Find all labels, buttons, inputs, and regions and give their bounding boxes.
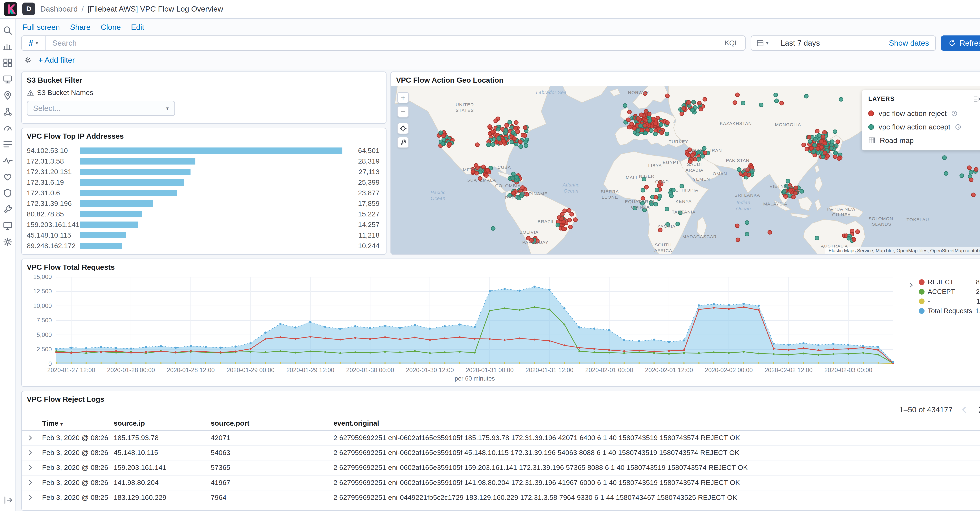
next-page-button[interactable]: [976, 406, 980, 414]
ip-bar-row: 94.102.53.1064,501: [27, 146, 380, 156]
legend-collapse-icon[interactable]: [908, 279, 914, 291]
legend-item[interactable]: Total Requests1,226: [919, 307, 980, 315]
add-filter-button[interactable]: + Add filter: [38, 56, 75, 64]
time-range-value[interactable]: Last 7 days: [774, 39, 882, 48]
sidebar-item-metrics[interactable]: [2, 122, 13, 133]
cell-time: Feb 3, 2020 @ 08:26:14.000: [37, 434, 108, 442]
sidebar-item-canvas[interactable]: [2, 74, 13, 84]
layer-clock-icon: [951, 110, 958, 117]
chevron-down-icon: ▾: [166, 105, 169, 111]
expand-row-icon[interactable]: [27, 464, 34, 471]
sidebar-item-visualize[interactable]: [2, 41, 13, 52]
sidebar-item-stack-monitoring[interactable]: [2, 220, 13, 231]
ip-bar[interactable]: [80, 200, 153, 207]
sort-desc-icon: ▾: [60, 421, 63, 427]
legend-item[interactable]: -110: [919, 297, 980, 305]
column-header-time[interactable]: Time▾: [37, 419, 108, 427]
chevron-down-icon: ▾: [36, 40, 38, 46]
edit-button[interactable]: Edit: [131, 23, 144, 32]
world-map[interactable]: NORWAYUNITED STATESMEXICOCUBAGUATEMALACO…: [391, 86, 980, 254]
sidebar-item-dev-tools[interactable]: [2, 204, 13, 215]
svg-text:5,000: 5,000: [37, 332, 51, 338]
legend-item[interactable]: ACCEPT253: [919, 288, 980, 295]
svg-text:2020-01-29 00:00: 2020-01-29 00:00: [227, 367, 274, 374]
legend-value: 253: [976, 288, 980, 295]
show-dates-button[interactable]: Show dates: [883, 39, 935, 48]
refresh-button[interactable]: Refresh: [941, 35, 980, 51]
ip-value: 15,227: [342, 210, 379, 218]
table-body: Feb 3, 2020 @ 08:26:14.000185.175.93.784…: [22, 431, 980, 511]
ip-label: 172.31.39.196: [27, 200, 81, 208]
sidebar-item-logs[interactable]: [2, 139, 13, 150]
ip-bar[interactable]: [80, 179, 184, 186]
pulse-icon: [3, 156, 13, 166]
full-screen-button[interactable]: Full screen: [22, 23, 60, 32]
sidebar-item-maps[interactable]: [2, 90, 13, 101]
column-header-event-original[interactable]: event.original: [328, 419, 980, 427]
cell-source-ip: 45.148.10.115: [108, 449, 205, 457]
map-tools-button[interactable]: [397, 137, 409, 148]
kql-language-button[interactable]: KQL: [718, 39, 745, 47]
zoom-in-button[interactable]: +: [397, 92, 409, 104]
ip-label: 94.102.53.10: [27, 147, 81, 155]
filter-options-button[interactable]: [24, 56, 32, 64]
ip-bar[interactable]: [80, 148, 342, 154]
clone-button[interactable]: Clone: [101, 23, 121, 32]
sidebar-item-discover[interactable]: [2, 25, 13, 36]
column-header-source-ip[interactable]: source.ip: [108, 419, 205, 427]
total-requests-chart[interactable]: 02,5005,0007,50010,00012,50015,0002020-0…: [22, 273, 911, 386]
sidebar-item-uptime[interactable]: [2, 171, 13, 182]
space-badge[interactable]: D: [22, 3, 35, 15]
kibana-logo[interactable]: [4, 2, 17, 16]
sidebar-item-dashboard[interactable]: [2, 57, 13, 68]
panel-geo-location: VPC Flow Action Geo Location: [390, 71, 980, 255]
calendar-icon: [756, 39, 764, 47]
ip-bar[interactable]: [80, 243, 122, 249]
breadcrumb-dashboard[interactable]: Dashboard: [40, 5, 78, 13]
share-button[interactable]: Share: [70, 23, 91, 32]
map-pin-icon: [3, 90, 13, 100]
ip-bar-row: 89.248.162.17210,244: [27, 241, 380, 250]
expand-row-icon[interactable]: [27, 435, 34, 441]
expand-row-icon[interactable]: [27, 479, 34, 486]
cell-source-ip: 141.98.80.204: [108, 479, 205, 487]
sidebar-item-siem[interactable]: [2, 188, 13, 198]
menu-expand-icon: [3, 495, 13, 505]
cell-source-ip: 159.203.161.141: [108, 463, 205, 471]
s3-bucket-select[interactable]: Select... ▾: [27, 101, 175, 116]
expand-row-icon[interactable]: [27, 494, 34, 501]
saved-query-menu-button[interactable]: # ▾: [22, 36, 46, 50]
control-warning-icon: [27, 89, 34, 96]
ip-bar-row: 172.31.39.19617,859: [27, 199, 380, 208]
legend-item[interactable]: REJECT863: [919, 278, 980, 286]
sidebar-item-apm[interactable]: [2, 155, 13, 166]
layer-item-accept[interactable]: vpc flow action accept: [862, 120, 980, 134]
expand-nav-button[interactable]: [3, 495, 13, 506]
layers-title: LAYERS: [868, 95, 894, 102]
legend-value: 863: [976, 278, 980, 286]
ip-bar[interactable]: [80, 158, 196, 165]
fit-to-data-button[interactable]: [397, 122, 409, 134]
search-input[interactable]: [46, 36, 718, 50]
sidebar-item-management[interactable]: [2, 236, 13, 248]
sidebar-item-machine-learning[interactable]: [2, 106, 13, 117]
expand-row-icon[interactable]: [27, 449, 34, 456]
accept-dot-icon: [868, 124, 874, 130]
collapse-layers-icon[interactable]: [973, 95, 980, 103]
zoom-out-button[interactable]: −: [397, 106, 409, 117]
layer-item-reject[interactable]: vpc flow action reject: [862, 107, 980, 120]
ip-bar[interactable]: [80, 190, 177, 196]
ip-bar[interactable]: [80, 211, 142, 217]
ip-bar[interactable]: [80, 169, 191, 175]
column-header-source-port[interactable]: source.port: [205, 419, 328, 427]
svg-text:12,500: 12,500: [33, 288, 52, 295]
ip-bar[interactable]: [80, 222, 138, 228]
legend-dot-icon: [919, 279, 924, 285]
expand-row-icon[interactable]: [27, 509, 34, 511]
prev-page-button[interactable]: [960, 406, 969, 414]
calendar-menu-button[interactable]: ▾: [751, 36, 774, 50]
layer-item-road-map[interactable]: Road map: [862, 134, 980, 147]
bar-track: [80, 200, 342, 207]
cell-source-ip: 185.175.93.78: [108, 434, 205, 442]
ip-bar[interactable]: [80, 232, 126, 238]
